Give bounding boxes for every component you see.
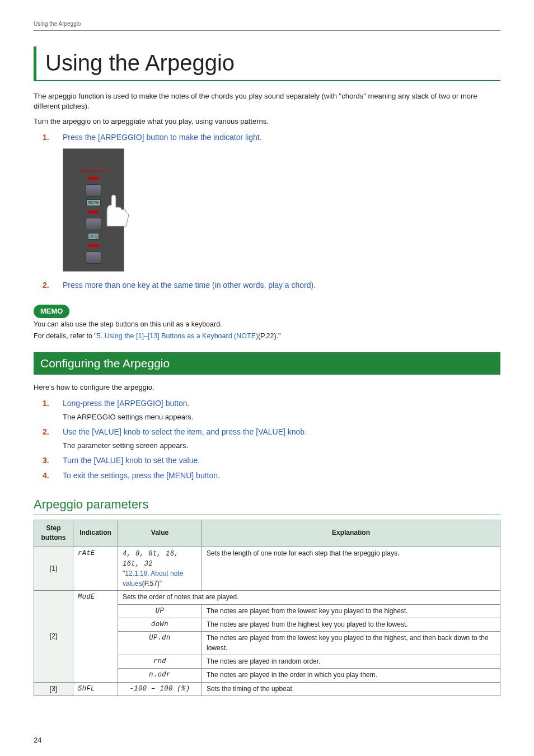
panel-led-icon	[88, 177, 99, 180]
step1-item-1: 1. Press the [ARPEGGIO] button to make t…	[43, 132, 500, 143]
step2-sub-1: The ARPEGGIO settings menu appears.	[63, 412, 500, 423]
subheading-arpeggio-params: Arpeggio parameters	[34, 496, 500, 515]
cell-explanation: The notes are played from the highest ke…	[202, 618, 500, 631]
step2-item-2: 2. Use the [VALUE] knob to select the it…	[43, 426, 500, 437]
th-step: Step buttons	[34, 520, 73, 547]
step-text: Long-press the [ARPEGGIO] button.	[63, 398, 189, 409]
th-explanation: Explanation	[202, 520, 500, 547]
step-text: Use the [VALUE] knob to select the item,…	[63, 426, 307, 437]
cell-value: 4, 8, 8t, 16, 16t, 32 "12.1.18. About no…	[118, 547, 202, 591]
intro-paragraph-2: Turn the arpeggio on to arpeggiate what …	[34, 116, 500, 127]
running-head: Using the Arpeggio	[34, 20, 500, 31]
cell-explanation: Sets the timing of the upbeat.	[202, 682, 500, 696]
th-indication: Indication	[73, 520, 118, 547]
cell-step: [3]	[34, 682, 73, 696]
step-number: 2.	[43, 426, 63, 437]
cell-value: n.odr	[118, 669, 202, 682]
step-number: 3.	[43, 455, 63, 466]
cell-value: UP	[118, 604, 202, 618]
step-text: To exit the settings, press the [MENU] b…	[63, 470, 220, 481]
panel-seq-button	[86, 251, 101, 264]
table-row: [3] ShFL -100 – 100 (%) Sets the timing …	[34, 682, 500, 696]
memo-link[interactable]: 5. Using the [1]–[13] Buttons as a Keybo…	[97, 332, 258, 340]
cell-indication: ModE	[73, 591, 118, 683]
table-row: [2] ModE Sets the order of notes that ar…	[34, 591, 500, 604]
step-number: 2.	[43, 279, 63, 291]
panel-arpeggio-label: ARPEGGIO	[79, 168, 108, 175]
intro-paragraph-1: The arpeggio function is used to make th…	[34, 91, 500, 113]
step2-item-1: 1. Long-press the [ARPEGGIO] button.	[43, 398, 500, 409]
panel-note-button	[86, 218, 101, 230]
step2-item-4: 4. To exit the settings, press the [MENU…	[43, 470, 500, 481]
step-number: 4.	[43, 470, 63, 481]
step-number: 1.	[43, 398, 63, 409]
step2-item-3: 3. Turn the [VALUE] knob to set the valu…	[43, 455, 500, 466]
cell-indication: ShFL	[73, 682, 118, 696]
panel-led-icon	[88, 244, 99, 247]
cell-explanation: Sets the length of one note for each ste…	[202, 547, 500, 591]
step-number: 1.	[43, 132, 63, 143]
cell-value: doWn	[118, 618, 202, 631]
memo-line-1: You can also use the step buttons on thi…	[34, 319, 500, 329]
config-intro: Here's how to configure the arpeggio.	[34, 382, 500, 393]
cell-mode-span: Sets the order of notes that are played.	[118, 591, 500, 604]
cell-value: UP.dn	[118, 632, 202, 655]
cell-step: [1]	[34, 547, 73, 591]
th-value: Value	[118, 520, 202, 547]
step-text: Press more than one key at the same time…	[63, 279, 316, 291]
memo-text-after: (P.22)."	[258, 332, 280, 340]
cell-value: -100 – 100 (%)	[118, 682, 202, 696]
value-seg7: 4, 8, 8t, 16, 16t, 32	[123, 550, 179, 568]
step1-item-2: 2. Press more than one key at the same t…	[43, 279, 500, 291]
memo-line-2: For details, refer to "5. Using the [1]–…	[34, 331, 500, 341]
memo-text-before: For details, refer to "	[34, 332, 97, 340]
step2-sub-2: The parameter setting screen appears.	[63, 441, 500, 451]
arpeggio-panel-image: ARPEGGIO NOTE SEQ	[63, 148, 124, 272]
cell-explanation: The notes are played in the order in whi…	[202, 669, 500, 682]
table-row: [1] rAtE 4, 8, 8t, 16, 16t, 32 "12.1.18.…	[34, 547, 500, 591]
pointing-hand-icon	[102, 194, 130, 227]
cell-value: rnd	[118, 655, 202, 669]
panel-arpeggio-button	[86, 184, 101, 197]
memo-badge: MEMO	[34, 305, 69, 319]
cell-indication: rAtE	[73, 547, 118, 591]
arpeggio-params-table: Step buttons Indication Value Explanatio…	[34, 520, 500, 696]
table-header-row: Step buttons Indication Value Explanatio…	[34, 520, 500, 547]
cell-explanation: The notes are played from the lowest key…	[202, 632, 500, 655]
panel-note-label: NOTE	[86, 199, 100, 206]
step-text: Turn the [VALUE] knob to set the value.	[63, 455, 200, 466]
panel-led-icon	[88, 211, 99, 213]
cell-step: [2]	[34, 591, 73, 683]
page-title: Using the Arpeggio	[34, 46, 500, 81]
panel-seq-label: SEQ	[88, 233, 100, 240]
section-heading-configuring: Configuring the Arpeggio	[34, 352, 500, 375]
value-link-after: (P.57)"	[142, 580, 162, 587]
cell-explanation: The notes are played from the lowest key…	[202, 604, 500, 618]
cell-explanation: The notes are played in random order.	[202, 655, 500, 669]
step-text: Press the [ARPEGGIO] button to make the …	[63, 132, 262, 143]
